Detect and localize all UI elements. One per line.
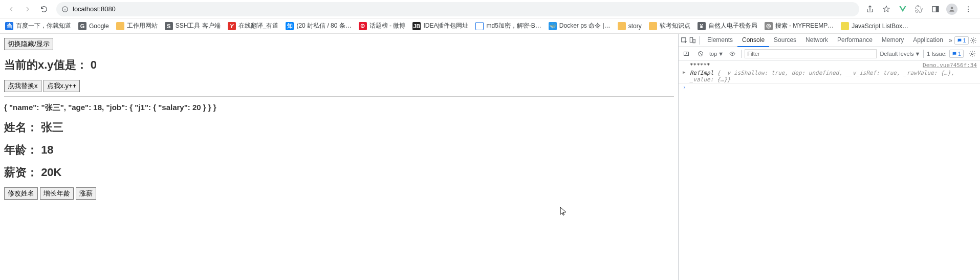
bookmark-item[interactable]: Bmd5加密，解密-B… <box>475 21 541 30</box>
current-xy-heading: 当前的x.y值是： 0 <box>4 57 674 73</box>
bookmark-item[interactable]: ◎搜索 - MYFREEMP… <box>765 21 834 30</box>
console-prompt[interactable]: › <box>679 84 980 91</box>
back-button[interactable] <box>4 2 18 16</box>
favicon-icon <box>841 22 849 30</box>
console-body[interactable]: ****** Demo.vue?456f:34 ▶ RefImpl {__v_i… <box>679 60 980 280</box>
menu-icon[interactable] <box>963 4 974 15</box>
bookmark-label: (20 封私信 / 80 条… <box>296 21 351 30</box>
devtools-tab-elements[interactable]: Elements <box>703 34 737 47</box>
svg-point-17 <box>971 53 973 55</box>
bookmark-item[interactable]: Y在线翻译_有道 <box>228 21 279 30</box>
age-label: 年龄： <box>4 143 38 156</box>
favicon-icon: B <box>475 22 484 30</box>
devtools-tab-performance[interactable]: Performance <box>833 34 877 47</box>
live-expr-icon[interactable] <box>727 51 738 57</box>
extensions-icon[interactable] <box>913 4 925 15</box>
bookmark-label: Docker ps 命令 |… <box>559 21 611 30</box>
clear-console-icon[interactable] <box>695 51 706 57</box>
url-bar[interactable]: localhost:8080 <box>56 2 859 16</box>
replace-x-button[interactable]: 点我替换x <box>4 80 41 92</box>
devtools-tab-network[interactable]: Network <box>801 34 833 47</box>
devtools-tab-memory[interactable]: Memory <box>877 34 908 47</box>
bookmark-label: md5加密，解密-B… <box>486 21 541 30</box>
age-heading: 年龄： 18 <box>4 142 674 158</box>
modify-name-button[interactable]: 修改姓名 <box>4 187 38 200</box>
favicon-icon <box>649 22 657 30</box>
context-select[interactable]: top ▼ <box>709 51 724 57</box>
reload-button[interactable] <box>37 2 51 16</box>
log-source-link[interactable]: Demo.vue?456f:34 <box>923 62 977 69</box>
settings-icon[interactable] <box>970 37 977 44</box>
favicon-icon: Y <box>228 22 236 30</box>
bookmark-item[interactable]: GGoogle <box>78 22 109 30</box>
log-levels-select[interactable]: Default levels ▼ <box>880 51 920 57</box>
devtools-menu-icon[interactable] <box>978 37 980 44</box>
svg-rect-8 <box>690 37 692 42</box>
forward-button[interactable] <box>20 2 35 16</box>
bookmark-item[interactable]: 软考知识点 <box>649 21 690 30</box>
device-toggle-icon[interactable] <box>689 37 696 44</box>
tab-divider <box>699 36 700 45</box>
bookmark-label: IDEA插件包网址 <box>423 21 468 30</box>
favicon-icon: 当 <box>5 22 13 30</box>
bookmark-item[interactable]: ⊙话题榜 - 微博 <box>359 21 406 30</box>
share-icon[interactable] <box>864 4 876 15</box>
toggle-button[interactable]: 切换隐藏/显示 <box>4 38 53 50</box>
messages-badge[interactable]: 1 <box>954 36 969 45</box>
refimpl-type: RefImpl <box>690 70 713 76</box>
toolbar-right <box>864 4 976 15</box>
bookmark-item[interactable]: JBIDEA插件包网址 <box>412 21 468 30</box>
info-icon <box>61 6 69 13</box>
sidebar-toggle-icon[interactable] <box>681 51 692 57</box>
bookmark-item[interactable]: JavaScript ListBox… <box>841 22 908 30</box>
inc-xy-button[interactable]: 点我x.y++ <box>43 80 80 92</box>
age-value: 18 <box>41 143 53 156</box>
bookmark-label: 软考知识点 <box>660 21 690 30</box>
bookmark-label: story <box>628 23 642 30</box>
name-label: 姓名： <box>4 121 38 134</box>
vue-extension-icon[interactable] <box>897 4 908 15</box>
toolbar-divider <box>741 50 742 58</box>
issue-label: 1 Issue: <box>927 51 947 57</box>
svg-point-3 <box>951 7 953 9</box>
profile-avatar[interactable] <box>946 4 957 15</box>
panel-icon[interactable] <box>930 4 941 15</box>
devtools-tab-application[interactable]: Application <box>908 34 948 47</box>
raise-salary-button[interactable]: 涨薪 <box>76 187 96 200</box>
issues-button[interactable]: 1 Issue: 1 <box>927 50 964 58</box>
bookmark-item[interactable]: SSSH工具 客户端 <box>165 21 221 30</box>
page-content: 切换隐藏/显示 当前的x.y值是： 0 点我替换x 点我x.y++ { "nam… <box>0 34 678 280</box>
bookmark-star-icon[interactable] <box>881 4 892 15</box>
devtools-tab-sources[interactable]: Sources <box>769 34 801 47</box>
more-tabs-icon[interactable]: » <box>949 37 952 44</box>
devtools-panel: ElementsConsoleSourcesNetworkPerformance… <box>678 34 980 280</box>
bookmark-label: JavaScript ListBox… <box>852 23 908 30</box>
svg-point-4 <box>968 6 969 7</box>
inc-age-button[interactable]: 增长年龄 <box>40 187 74 200</box>
console-settings-icon[interactable] <box>967 50 978 57</box>
bookmark-item[interactable]: ¥自然人电子税务局 <box>698 21 757 30</box>
bookmark-item[interactable]: 当百度一下，你就知道 <box>5 21 71 30</box>
bookmark-label: Google <box>89 23 109 30</box>
bookmark-item[interactable]: 工作用网站 <box>116 21 158 30</box>
bookmark-label: 自然人电子税务局 <box>708 21 757 30</box>
favicon-icon: ⊙ <box>359 22 367 30</box>
bookmark-item[interactable]: story <box>618 22 642 30</box>
expand-arrow-icon[interactable]: ▶ <box>683 70 685 75</box>
bookmark-label: 在线翻译_有道 <box>238 21 279 30</box>
arrow-right-icon <box>24 5 32 13</box>
bookmark-item[interactable]: 🐳Docker ps 命令 |… <box>549 21 611 30</box>
divider <box>4 96 674 97</box>
bookmark-label: 工作用网站 <box>127 21 158 30</box>
browser-toolbar: localhost:8080 <box>0 0 980 18</box>
bookmark-item[interactable]: 知(20 封私信 / 80 条… <box>286 21 351 30</box>
favicon-icon: ◎ <box>765 22 773 30</box>
inspect-icon[interactable] <box>681 37 688 44</box>
devtools-tab-console[interactable]: Console <box>737 34 769 47</box>
context-label: top <box>709 51 717 57</box>
json-display: { "name": "张三", "age": 18, "job": { "j1"… <box>4 103 674 113</box>
console-filter-input[interactable] <box>745 49 877 58</box>
salary-heading: 薪资： 20K <box>4 165 674 180</box>
favicon-icon <box>618 22 626 30</box>
favicon-icon: 知 <box>286 22 294 30</box>
